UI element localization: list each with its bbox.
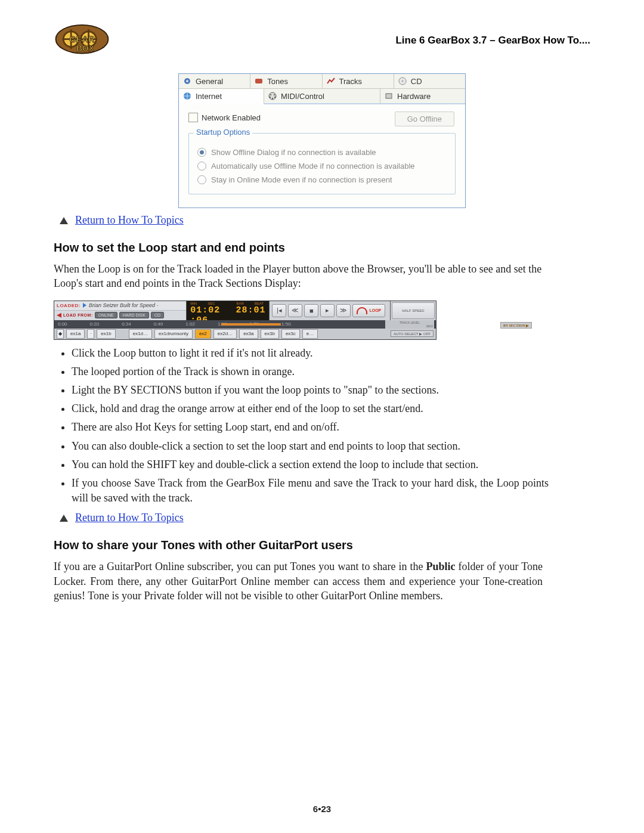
tab-hardware-label: Hardware xyxy=(397,92,431,101)
time-bar: 28 xyxy=(236,305,247,315)
tl-min: MIN xyxy=(190,302,197,305)
tracks-icon xyxy=(326,76,336,86)
list-item: Light the BY SECTIONS button if you want… xyxy=(72,383,549,398)
tab-general-label: General xyxy=(196,77,223,86)
svg-text:GEAR: GEAR xyxy=(69,35,95,44)
loop-range-bar[interactable] xyxy=(221,323,281,326)
tab-midi[interactable]: MIDI/Control xyxy=(264,89,380,103)
tab-internet[interactable]: Internet xyxy=(179,89,264,104)
svg-point-19 xyxy=(274,97,275,98)
list-item: You can also double-click a section to s… xyxy=(72,439,549,454)
tab-tones[interactable]: Tones xyxy=(250,74,322,88)
radio-icon xyxy=(197,162,206,171)
tab-general[interactable]: General xyxy=(179,74,250,88)
tone-icon xyxy=(254,76,264,86)
loop-button-label: LOOP xyxy=(369,308,381,312)
section-ex2[interactable]: ex2 xyxy=(195,329,211,339)
tab-tracks[interactable]: Tracks xyxy=(323,74,394,88)
go-offline-button[interactable]: Go Offline xyxy=(395,112,454,126)
section-marker-icon[interactable]: ◆ xyxy=(57,329,64,339)
time-display: MIN SEC BAR BEAT 01:02 :06 28:01 TRACK L… xyxy=(187,301,270,320)
tab-tracks-label: Tracks xyxy=(339,77,363,86)
svg-point-17 xyxy=(274,94,275,95)
startup-option-1[interactable]: Show Offline Dialog if no connection is … xyxy=(197,148,447,157)
startup-option-3[interactable]: Stay in Online Mode even if no connectio… xyxy=(197,175,447,184)
loadfrom-cd-button[interactable]: CD xyxy=(151,312,164,318)
network-enabled-label: Network Enabled xyxy=(202,113,261,122)
section-ex1d[interactable]: ex1d… xyxy=(129,329,152,339)
timeline-tick: 0:00 xyxy=(58,321,67,327)
play-button[interactable]: ▸ xyxy=(320,304,335,317)
hardware-icon xyxy=(384,91,394,101)
svg-point-18 xyxy=(270,97,271,98)
svg-rect-21 xyxy=(386,94,392,98)
play-icon[interactable] xyxy=(83,303,86,308)
checkbox-icon xyxy=(188,113,198,122)
tab-hardware[interactable]: Hardware xyxy=(380,89,465,103)
by-section-button[interactable]: BY SECTION ▶ xyxy=(500,322,532,329)
list-item: You can hold the SHIFT key and double-cl… xyxy=(72,457,549,472)
max-label: MAX xyxy=(426,324,433,328)
loop-button[interactable]: LOOP xyxy=(352,304,385,317)
tab-tones-label: Tones xyxy=(267,77,288,86)
loadfrom-harddisk-button[interactable]: HARD DISK xyxy=(119,312,149,318)
svg-text:BOX: BOX xyxy=(76,44,95,53)
section-ex3b[interactable]: ex3b xyxy=(261,329,279,339)
section-ex2d[interactable]: ex2d… xyxy=(213,329,237,339)
return-link[interactable]: Return to How To Topics xyxy=(75,214,184,227)
timeline[interactable]: 0:00 0:20 0:34 0:49 1:02 1:16 1:30 1:50 … xyxy=(54,320,436,329)
section-ex3c[interactable]: ex3c xyxy=(281,329,300,339)
loadfrom-label: LOAD FROM: xyxy=(63,313,93,317)
tracklevel-label: TRACK LEVEL xyxy=(400,321,420,324)
loop-icon xyxy=(357,307,367,314)
rewind-button[interactable]: ≪ xyxy=(288,304,302,317)
list-item: Click, hold and drag the orange arrow at… xyxy=(72,401,549,416)
tab-cd[interactable]: CD xyxy=(394,74,465,88)
forward-button[interactable]: ≫ xyxy=(336,304,351,317)
tl-beat: BEAT xyxy=(255,302,264,305)
time-beat: :01 xyxy=(247,305,265,315)
section-ex1a[interactable]: ex1a xyxy=(66,329,85,339)
section-heading-loop: How to set the Loop start and end points xyxy=(54,241,590,255)
loadfrom-online-button[interactable]: ONLINE xyxy=(95,312,117,318)
tl-sec: SEC xyxy=(208,302,215,305)
half-speed-button[interactable]: HALF SPEED xyxy=(392,302,435,319)
cd-icon xyxy=(398,76,407,86)
return-link[interactable]: Return to How To Topics xyxy=(75,512,184,524)
time-min: 01 xyxy=(190,305,202,315)
startup-option-2[interactable]: Automatically use Offline Mode if no con… xyxy=(197,162,447,171)
timeline-tick: 1:50 xyxy=(281,321,291,327)
svg-point-16 xyxy=(270,94,271,95)
section-marker-icon[interactable]: · xyxy=(87,329,94,339)
autoselect-button[interactable]: AUTO-SELECT ▶ OFF xyxy=(391,330,434,337)
section-more[interactable]: e… xyxy=(302,329,318,339)
gearbox-logo: GEAR BOX xyxy=(54,24,110,57)
tab-cd-label: CD xyxy=(411,77,422,86)
startup-option-2-label: Automatically use Offline Mode if no con… xyxy=(211,162,415,171)
track-level-meter: TRACK LEVEL MAX xyxy=(385,320,434,329)
midi-icon xyxy=(268,91,277,101)
list-item: If you choose Save Track from the GearBo… xyxy=(72,476,549,506)
globe-icon xyxy=(182,91,192,101)
svg-rect-11 xyxy=(255,79,262,83)
section-ex3a[interactable]: ex3a xyxy=(239,329,258,339)
startup-option-3-label: Stay in Online Mode even if no connectio… xyxy=(211,175,392,184)
skip-start-button[interactable]: |◂ xyxy=(272,304,286,317)
gear-icon xyxy=(182,76,192,86)
section1-bullet-list: Click the Loop button to light it red if… xyxy=(72,346,549,506)
timeline-tick: 0:34 xyxy=(122,321,131,327)
svg-point-20 xyxy=(272,98,273,99)
document-title: Line 6 GearBox 3.7 – GearBox How To.... xyxy=(395,35,590,47)
startup-options-legend: Startup Options xyxy=(194,128,252,137)
section-ex1b[interactable]: ex1b xyxy=(97,329,115,339)
tl-bar: BAR xyxy=(237,302,244,305)
timeline-tick: 0:49 xyxy=(154,321,163,327)
list-item: Click the Loop button to light it red if… xyxy=(72,346,549,361)
player-strip: LOADED: Brian Setzer Built for Speed - L… xyxy=(54,301,436,340)
preferences-panel: General Tones Tracks CD xyxy=(178,73,466,208)
section-ex1drumsonly[interactable]: ex1drumsonly xyxy=(154,329,193,339)
section2-para: If you are a GuitarPort Online subscribe… xyxy=(54,559,543,603)
stop-button[interactable]: ■ xyxy=(304,304,318,317)
svg-point-13 xyxy=(401,80,403,82)
tab-internet-label: Internet xyxy=(196,92,222,101)
